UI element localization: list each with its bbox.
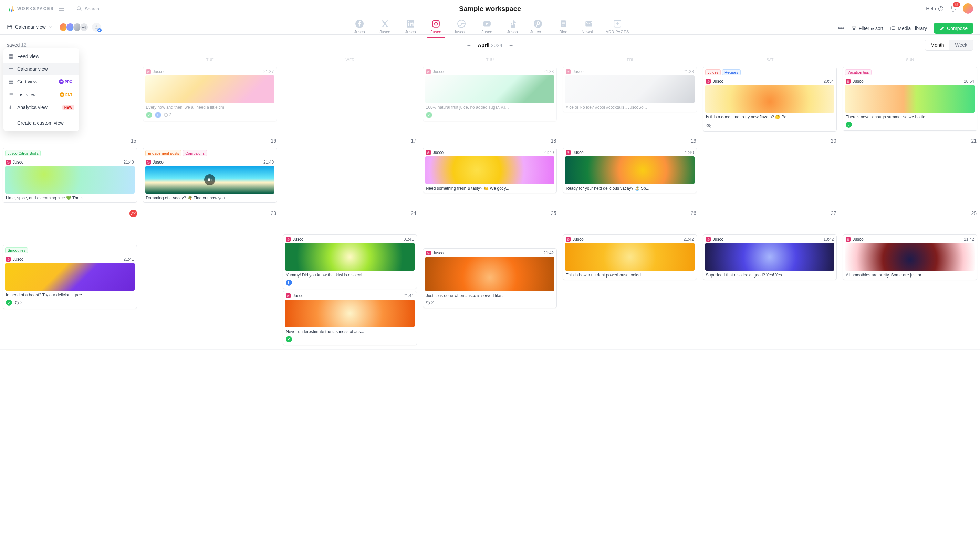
- post-card[interactable]: Vacation tips ◎Jusco20:54 There's never …: [843, 67, 977, 131]
- post-caption: Dreaming of a vacay? 🌴 Find out how you …: [143, 194, 277, 202]
- user-avatar[interactable]: [963, 3, 973, 14]
- post-card[interactable]: ◎Jusco01:41 Yummy! Did you know that kiw…: [283, 234, 417, 289]
- view-option-analytics[interactable]: Analytics view NEW: [3, 101, 79, 114]
- post-image: [285, 299, 415, 327]
- post-card[interactable]: JuicesRecipes ◎Jusco20:54 Is this a good…: [703, 67, 837, 132]
- instagram-icon: ◎: [566, 69, 571, 74]
- day-cell[interactable]: 20: [700, 136, 840, 208]
- compose-icon: [939, 25, 945, 31]
- day-number: 19: [691, 138, 696, 143]
- post-card[interactable]: ◎Jusco21:40 Need something fresh & tasty…: [423, 148, 557, 193]
- search-input[interactable]: Search: [76, 6, 99, 11]
- create-custom-view[interactable]: Create a custom view: [3, 117, 79, 129]
- next-month-button[interactable]: →: [507, 41, 515, 49]
- period-month[interactable]: Month: [925, 40, 950, 50]
- post-image: [425, 257, 555, 291]
- day-cell[interactable]: 18 ◎Jusco21:40 Need something fresh & ta…: [420, 136, 560, 208]
- day-cell[interactable]: 26 ◎Jusco21:42 This is how a nutrient po…: [560, 208, 700, 350]
- day-cell[interactable]: JuicesRecipes ◎Jusco20:54 Is this a good…: [700, 64, 840, 136]
- avatar-more[interactable]: +4: [80, 23, 89, 32]
- help-button[interactable]: Help: [926, 6, 943, 11]
- chevron-down-icon: [49, 25, 52, 29]
- menu-icon[interactable]: [59, 6, 64, 11]
- day-number: 16: [271, 138, 277, 143]
- post-card[interactable]: ◎Jusco21:42 All smoothies are pretty. So…: [843, 234, 977, 280]
- notifications-button[interactable]: 83: [950, 5, 956, 12]
- post-card[interactable]: ◎Jusco13:42 Superfood that also looks go…: [703, 234, 837, 280]
- day-number: 23: [271, 210, 277, 216]
- svg-rect-16: [585, 21, 592, 26]
- view-selector[interactable]: Calendar view: [7, 19, 52, 30]
- instagram-icon: ◎: [426, 150, 431, 155]
- post-image: [845, 243, 975, 270]
- comments-count[interactable]: 3: [164, 113, 172, 118]
- dow-tue: TUE: [140, 56, 280, 64]
- view-option-calendar[interactable]: Calendar view: [3, 63, 79, 75]
- day-cell[interactable]: 21: [840, 136, 980, 208]
- day-cell[interactable]: [280, 64, 420, 136]
- view-option-grid[interactable]: Grid view PRO: [3, 75, 79, 88]
- day-cell[interactable]: 17: [280, 136, 420, 208]
- add-collaborator-button[interactable]: [92, 23, 101, 32]
- post-caption: Superfood that also looks good? Yes! Yes…: [703, 270, 837, 280]
- post-card[interactable]: ◎Jusco21:42 This is how a nutrient power…: [563, 234, 697, 280]
- list-icon: [8, 92, 14, 97]
- instagram-icon: ◎: [706, 237, 711, 242]
- post-image: [425, 156, 555, 184]
- day-cell[interactable]: ◎Jusco21:38 100% natural fruit juice, no…: [420, 64, 560, 136]
- post-card[interactable]: Jusco Citrus Soda ◎Jusco21:40 Lime, spic…: [3, 148, 137, 203]
- grid-icon: [8, 79, 14, 84]
- post-card[interactable]: ◎Jusco21:38 100% natural fruit juice, no…: [423, 67, 557, 121]
- view-option-feed[interactable]: Feed view: [3, 50, 79, 63]
- post-image: [845, 85, 975, 113]
- svg-point-2: [940, 10, 941, 10]
- calendar-icon: [8, 66, 14, 72]
- day-cell[interactable]: Vacation tips ◎Jusco20:54 There's never …: [840, 64, 980, 136]
- mail-icon: [584, 19, 593, 28]
- day-cell[interactable]: ◎Jusco21:38 #Ice or No Ice? #cool #cockt…: [560, 64, 700, 136]
- post-card[interactable]: Engagement postsCampaigns ◎Jusco21:40 Dr…: [143, 148, 277, 203]
- compose-button[interactable]: Compose: [934, 23, 973, 34]
- day-cell[interactable]: 16 Engagement postsCampaigns ◎Jusco21:40…: [140, 136, 280, 208]
- hidden-icon: [706, 123, 711, 129]
- feed-icon: [8, 54, 14, 59]
- saved-label: saved 12: [7, 42, 27, 48]
- svg-rect-25: [11, 80, 13, 81]
- day-cell[interactable]: 23: [140, 208, 280, 350]
- dow-sat: SAT: [700, 56, 840, 64]
- svg-rect-26: [9, 82, 11, 84]
- svg-point-0: [77, 6, 80, 10]
- period-week[interactable]: Week: [949, 40, 973, 50]
- day-cell[interactable]: ◎Jusco21:37 Every now and then, we all n…: [140, 64, 280, 136]
- more-options-button[interactable]: •••: [838, 25, 844, 32]
- view-option-list[interactable]: List view ENT: [3, 88, 79, 101]
- post-caption: Never underestimate the tastiness of Jus…: [283, 327, 417, 336]
- prev-month-button[interactable]: ←: [465, 41, 473, 49]
- post-card[interactable]: ◎Jusco21:42 Justice is done when Jusco i…: [423, 248, 557, 308]
- period-toggle: Month Week: [925, 40, 973, 51]
- day-cell[interactable]: 27 ◎Jusco13:42 Superfood that also looks…: [700, 208, 840, 350]
- day-cell[interactable]: 25 ◎Jusco21:42 Justice is done when Jusc…: [420, 208, 560, 350]
- collaborator-avatars[interactable]: +4: [59, 19, 101, 32]
- x-icon: [380, 19, 390, 28]
- status-scheduled-icon: L: [155, 112, 161, 118]
- app-logo[interactable]: WORKSPACES: [7, 5, 64, 13]
- day-cell[interactable]: 19 ◎Jusco21:40 Ready for your next delic…: [560, 136, 700, 208]
- post-card[interactable]: Smoothies ◎Jusco21:41 In need of a boost…: [3, 245, 137, 309]
- comments-count[interactable]: 2: [15, 300, 23, 305]
- post-image: [705, 243, 835, 270]
- post-card[interactable]: ◎Jusco21:41 Never underestimate the tast…: [283, 291, 417, 345]
- logo-icon: [7, 5, 14, 13]
- day-cell[interactable]: 15 Jusco Citrus Soda ◎Jusco21:40 Lime, s…: [0, 136, 140, 208]
- day-cell[interactable]: 24 ◎Jusco01:41 Yummy! Did you know that …: [280, 208, 420, 350]
- comments-count[interactable]: 2: [426, 300, 434, 305]
- post-card[interactable]: ◎Jusco21:40 Ready for your next deliciou…: [563, 148, 697, 193]
- filter-sort-button[interactable]: Filter & sort: [851, 25, 884, 31]
- instagram-icon: ◎: [706, 79, 711, 84]
- day-cell[interactable]: 22 Smoothies ◎Jusco21:41 In need of a bo…: [0, 208, 140, 350]
- post-card[interactable]: ◎Jusco21:38 #Ice or No Ice? #cool #cockt…: [563, 67, 697, 112]
- media-library-button[interactable]: Media Library: [890, 25, 927, 31]
- day-cell[interactable]: 28 ◎Jusco21:42 All smoothies are pretty.…: [840, 208, 980, 350]
- post-image: [145, 75, 275, 103]
- post-card[interactable]: ◎Jusco21:37 Every now and then, we all n…: [143, 67, 277, 121]
